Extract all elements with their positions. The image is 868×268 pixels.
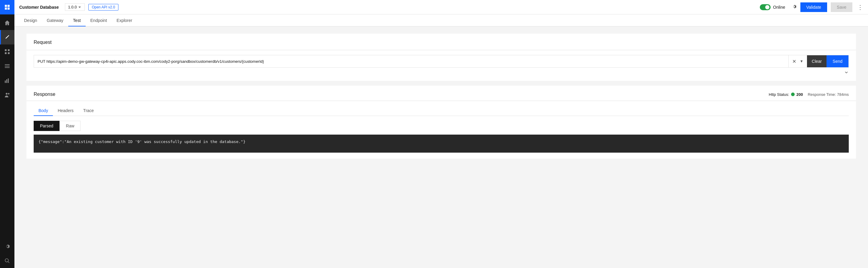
request-title: Request <box>34 40 849 45</box>
status-code: 200 <box>797 92 803 97</box>
sidebar <box>0 0 14 268</box>
toggle-thumb <box>765 5 769 9</box>
svg-point-15 <box>8 93 10 95</box>
svg-rect-1 <box>7 5 10 7</box>
http-status-label: Http Status: <box>769 92 789 97</box>
version-label: 1.0.0 <box>68 5 77 9</box>
tab-gateway[interactable]: Gateway <box>42 15 68 27</box>
overflow-menu-button[interactable]: ⋮ <box>857 4 863 11</box>
nav-tabs: Design Gateway Test Endpoint Explorer <box>14 14 868 27</box>
svg-rect-12 <box>6 79 7 83</box>
expand-button[interactable] <box>34 70 849 75</box>
response-header: Response Http Status: 200 Response Time:… <box>34 92 849 97</box>
sub-tab-headers[interactable]: Headers <box>53 106 79 116</box>
tab-endpoint[interactable]: Endpoint <box>86 15 112 27</box>
response-sub-tabs: Body Headers Trace <box>34 106 849 116</box>
response-body: {"message":"An existing customer with ID… <box>34 135 849 153</box>
response-title: Response <box>34 92 55 97</box>
response-time-value: 784ms <box>837 92 849 97</box>
response-time-label: Response Time: <box>808 92 836 97</box>
sidebar-item-list[interactable] <box>0 59 14 73</box>
content-area: Request ✕ ▼ Clear Send Res <box>14 27 868 268</box>
clear-x-button[interactable]: ✕ <box>791 57 797 66</box>
tab-design[interactable]: Design <box>19 15 42 27</box>
page-title: Customer Database <box>19 5 59 10</box>
svg-point-14 <box>6 93 7 95</box>
app-logo <box>0 0 14 14</box>
svg-rect-13 <box>8 78 9 83</box>
sub-tab-trace[interactable]: Trace <box>79 106 99 116</box>
http-status: Http Status: 200 <box>769 92 803 97</box>
response-section: Response Http Status: 200 Response Time:… <box>26 86 856 159</box>
sidebar-item-chart[interactable] <box>0 73 14 88</box>
request-controls: ✕ ▼ <box>788 55 807 67</box>
svg-rect-9 <box>5 66 10 66</box>
sub-tab-body[interactable]: Body <box>34 106 53 116</box>
request-url-input[interactable] <box>34 55 788 67</box>
svg-rect-8 <box>5 64 10 65</box>
format-tab-raw[interactable]: Raw <box>60 121 81 131</box>
send-button[interactable]: Send <box>827 55 848 67</box>
save-button[interactable]: Save <box>831 2 852 12</box>
svg-rect-5 <box>8 49 10 51</box>
sidebar-item-home[interactable] <box>0 15 14 30</box>
status-indicator <box>791 93 795 96</box>
svg-point-16 <box>5 259 8 262</box>
divider <box>26 50 856 50</box>
clear-button[interactable]: Clear <box>807 55 827 67</box>
svg-rect-11 <box>5 80 6 83</box>
svg-rect-3 <box>7 7 10 10</box>
validate-button[interactable]: Validate <box>800 2 828 12</box>
online-label: Online <box>773 5 785 10</box>
sidebar-item-users[interactable] <box>0 88 14 102</box>
version-selector[interactable]: 1.0.0 <box>65 3 85 11</box>
request-row: ✕ ▼ Clear Send <box>34 55 849 68</box>
chevron-down-icon <box>844 70 849 75</box>
svg-line-17 <box>8 262 10 263</box>
gear-icon[interactable] <box>792 4 797 10</box>
format-tab-parsed[interactable]: Parsed <box>34 121 60 131</box>
svg-rect-0 <box>5 5 7 7</box>
openapi-badge[interactable]: Open API v2.0 <box>88 4 118 10</box>
response-time: Response Time: 784ms <box>808 92 849 97</box>
sidebar-item-edit[interactable] <box>0 30 14 44</box>
svg-rect-4 <box>5 49 7 51</box>
sidebar-item-search[interactable] <box>0 254 14 268</box>
toggle-track[interactable] <box>760 4 771 10</box>
dropdown-chevron-button[interactable]: ▼ <box>799 58 805 65</box>
request-section: Request ✕ ▼ Clear Send <box>26 34 856 81</box>
topbar: Customer Database 1.0.0 Open API v2.0 On… <box>14 0 868 14</box>
format-tabs: Parsed Raw <box>34 121 849 131</box>
chevron-down-icon <box>78 5 82 9</box>
svg-rect-10 <box>5 67 10 68</box>
main-content: Customer Database 1.0.0 Open API v2.0 On… <box>14 0 868 268</box>
tab-test[interactable]: Test <box>68 15 86 27</box>
svg-rect-7 <box>8 52 10 54</box>
divider2 <box>26 101 856 101</box>
sidebar-item-settings[interactable] <box>0 239 14 254</box>
svg-rect-2 <box>5 7 7 10</box>
online-toggle[interactable]: Online <box>760 4 785 10</box>
sidebar-item-grid[interactable] <box>0 44 14 59</box>
tab-explorer[interactable]: Explorer <box>112 15 137 27</box>
response-meta: Http Status: 200 Response Time: 784ms <box>769 92 849 97</box>
svg-rect-6 <box>5 52 7 54</box>
